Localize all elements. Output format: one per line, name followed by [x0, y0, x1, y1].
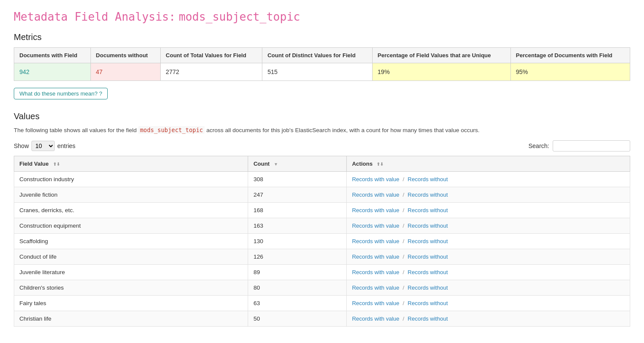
col-actions-header[interactable]: Actions ⬆⬇ [347, 156, 630, 172]
show-label: Show [14, 142, 29, 149]
records-with-link[interactable]: Records with value [352, 284, 399, 291]
field-value-cell: Conduct of life [14, 249, 248, 265]
table-row: Juvenile fiction247Records with value / … [14, 187, 630, 203]
table-row: Construction equipment163Records with va… [14, 218, 630, 234]
field-value-cell: Christian life [14, 311, 248, 327]
values-description: The following table shows all values for… [14, 127, 630, 133]
page-title: Metadata Field Analysis: mods_subject_to… [14, 10, 630, 24]
count-cell: 163 [248, 218, 347, 234]
table-row: Fairy tales63Records with value / Record… [14, 296, 630, 311]
count-cell: 168 [248, 203, 347, 218]
metrics-col-4: Percentage of Field Values that are Uniq… [372, 48, 510, 63]
values-desc-suffix: across all documents for this job's Elas… [206, 127, 479, 133]
table-row: Conduct of life126Records with value / R… [14, 249, 630, 265]
field-sort-icon: ⬆⬇ [53, 162, 60, 167]
metrics-val-4: 19% [372, 63, 510, 81]
count-cell: 63 [248, 296, 347, 311]
metrics-heading: Metrics [14, 32, 630, 42]
field-value-cell: Juvenile fiction [14, 187, 248, 203]
metrics-val-1: 47 [90, 63, 160, 81]
records-without-link[interactable]: Records without [408, 253, 448, 260]
count-cell: 308 [248, 172, 347, 187]
what-numbers-label: What do these numbers mean? ? [19, 90, 102, 97]
table-row: Scaffolding130Records with value / Recor… [14, 234, 630, 249]
search-input[interactable] [553, 140, 630, 151]
metrics-col-0: Documents with Field [14, 48, 91, 63]
entries-select[interactable]: 10 25 50 100 [31, 141, 55, 151]
actions-cell: Records with value / Records without [347, 280, 630, 296]
table-row: Christian life50Records with value / Rec… [14, 311, 630, 327]
count-sort-icon: ▼ [274, 162, 278, 167]
metrics-val-3: 515 [262, 63, 372, 81]
values-heading: Values [14, 111, 630, 121]
action-separator: / [401, 176, 406, 182]
records-with-link[interactable]: Records with value [352, 238, 399, 244]
action-separator: / [401, 269, 406, 275]
actions-cell: Records with value / Records without [347, 265, 630, 280]
col-count-header[interactable]: Count ▼ [248, 156, 347, 172]
actions-cell: Records with value / Records without [347, 172, 630, 187]
field-value-cell: Juvenile literature [14, 265, 248, 280]
table-row: Construction industry308Records with val… [14, 172, 630, 187]
records-with-link[interactable]: Records with value [352, 253, 399, 260]
entries-label: entries [57, 142, 75, 149]
metrics-col-5: Percentage of Documents with Field [510, 48, 630, 63]
metrics-col-1: Documents without [90, 48, 160, 63]
col-field-header[interactable]: Field Value ⬆⬇ [14, 156, 248, 172]
field-value-cell: Construction industry [14, 172, 248, 187]
table-controls: Show 10 25 50 100 entries Search: [14, 140, 630, 151]
metrics-val-2: 2772 [160, 63, 262, 81]
count-cell: 80 [248, 280, 347, 296]
action-separator: / [401, 284, 406, 291]
action-separator: / [401, 222, 406, 229]
records-without-link[interactable]: Records without [408, 192, 448, 198]
records-with-link[interactable]: Records with value [352, 222, 399, 229]
records-with-link[interactable]: Records with value [352, 315, 399, 322]
action-separator: / [401, 253, 406, 260]
values-table: Field Value ⬆⬇ Count ▼ Actions ⬆⬇ Constr… [14, 156, 630, 327]
actions-sort-icon: ⬆⬇ [376, 162, 383, 167]
search-control: Search: [529, 140, 630, 151]
records-without-link[interactable]: Records without [408, 207, 448, 213]
action-separator: / [401, 207, 406, 213]
records-with-link[interactable]: Records with value [352, 192, 399, 198]
records-without-link[interactable]: Records without [408, 222, 448, 229]
records-without-link[interactable]: Records without [408, 284, 448, 291]
records-without-link[interactable]: Records without [408, 315, 448, 322]
table-row: Cranes, derricks, etc.168Records with va… [14, 203, 630, 218]
field-value-cell: Fairy tales [14, 296, 248, 311]
records-without-link[interactable]: Records without [408, 269, 448, 275]
records-with-link[interactable]: Records with value [352, 300, 399, 306]
records-without-link[interactable]: Records without [408, 238, 448, 244]
actions-cell: Records with value / Records without [347, 187, 630, 203]
values-desc-prefix: The following table shows all values for… [14, 127, 137, 133]
field-value-cell: Cranes, derricks, etc. [14, 203, 248, 218]
count-cell: 247 [248, 187, 347, 203]
records-with-link[interactable]: Records with value [352, 176, 399, 182]
actions-cell: Records with value / Records without [347, 311, 630, 327]
actions-cell: Records with value / Records without [347, 296, 630, 311]
actions-cell: Records with value / Records without [347, 249, 630, 265]
table-row: Juvenile literature89Records with value … [14, 265, 630, 280]
page-title-field: mods_subject_topic [179, 10, 300, 23]
actions-cell: Records with value / Records without [347, 203, 630, 218]
records-with-link[interactable]: Records with value [352, 207, 399, 213]
action-separator: / [401, 238, 406, 244]
field-value-cell: Scaffolding [14, 234, 248, 249]
action-separator: / [401, 192, 406, 198]
count-cell: 89 [248, 265, 347, 280]
records-without-link[interactable]: Records without [408, 300, 448, 306]
metrics-val-0: 942 [14, 63, 91, 81]
count-cell: 130 [248, 234, 347, 249]
page-title-static: Metadata Field Analysis: [14, 10, 176, 23]
records-without-link[interactable]: Records without [408, 176, 448, 182]
field-value-cell: Children's stories [14, 280, 248, 296]
records-with-link[interactable]: Records with value [352, 269, 399, 275]
field-value-cell: Construction equipment [14, 218, 248, 234]
metrics-col-2: Count of Total Values for Field [160, 48, 262, 63]
metrics-val-5: 95% [510, 63, 630, 81]
table-row: Children's stories80Records with value /… [14, 280, 630, 296]
count-cell: 50 [248, 311, 347, 327]
what-numbers-button[interactable]: What do these numbers mean? ? [14, 88, 108, 99]
search-label: Search: [529, 142, 549, 149]
